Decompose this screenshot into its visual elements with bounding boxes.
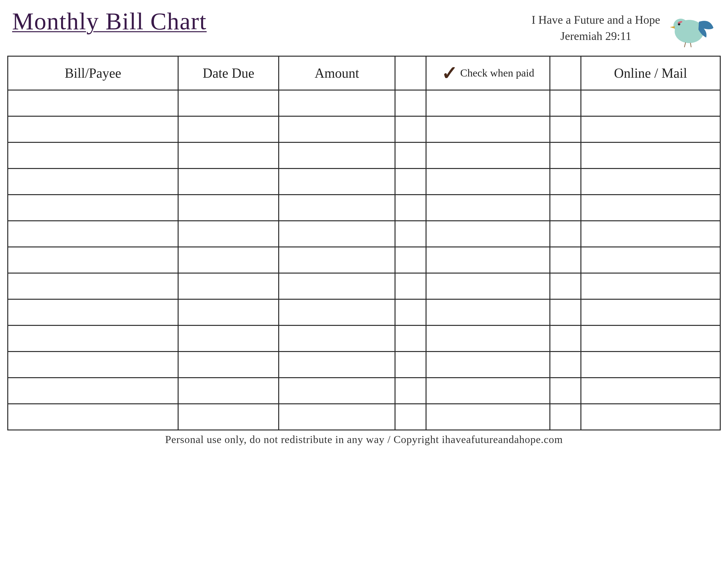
table-cell [426, 404, 550, 430]
table-cell [178, 299, 279, 325]
table-cell [178, 221, 279, 247]
table-cell [395, 142, 426, 168]
table-cell [279, 168, 395, 195]
table-cell [8, 142, 178, 168]
column-header-payee: Bill/Payee [8, 56, 178, 90]
table-cell [581, 325, 720, 352]
table-cell [8, 299, 178, 325]
table-cell [279, 90, 395, 116]
table-cell [178, 116, 279, 142]
table-cell [178, 247, 279, 273]
table-cell [550, 116, 581, 142]
table-cell [395, 221, 426, 247]
table-row [8, 195, 720, 221]
table-row [8, 404, 720, 430]
table-body [8, 90, 720, 430]
table-cell [8, 247, 178, 273]
verse-line-1: I Have a Future and a Hope [532, 11, 660, 28]
bill-chart-table: Bill/Payee Date Due Amount ✓ Check when … [7, 56, 721, 431]
table-cell [178, 378, 279, 404]
table-row [8, 221, 720, 247]
table-cell [581, 247, 720, 273]
table-cell [8, 116, 178, 142]
table-cell [178, 195, 279, 221]
table-cell [178, 404, 279, 430]
table-cell [279, 325, 395, 352]
table-cell [426, 221, 550, 247]
table-cell [178, 273, 279, 299]
table-row [8, 142, 720, 168]
table-cell [581, 299, 720, 325]
table-cell [395, 404, 426, 430]
table-cell [279, 273, 395, 299]
table-cell [550, 142, 581, 168]
table-cell [426, 378, 550, 404]
table-cell [581, 352, 720, 378]
table-cell [279, 221, 395, 247]
table-cell [581, 221, 720, 247]
table-cell [8, 378, 178, 404]
table-cell [581, 195, 720, 221]
table-cell [426, 142, 550, 168]
column-header-online-mail: Online / Mail [581, 56, 720, 90]
table-cell [8, 352, 178, 378]
table-cell [426, 247, 550, 273]
table-cell [8, 273, 178, 299]
table-header-row: Bill/Payee Date Due Amount ✓ Check when … [8, 56, 720, 90]
header-right-group: I Have a Future and a Hope Jeremiah 29:1… [532, 5, 716, 49]
column-header-amount: Amount [279, 56, 395, 90]
column-gap-1 [395, 56, 426, 90]
table-row [8, 273, 720, 299]
table-cell [581, 142, 720, 168]
table-cell [8, 404, 178, 430]
table-cell [395, 325, 426, 352]
svg-line-4 [684, 43, 685, 47]
check-when-paid-label: Check when paid [460, 67, 534, 79]
svg-point-1 [674, 19, 688, 32]
table-cell [178, 90, 279, 116]
copyright-footer: Personal use only, do not redistribute i… [7, 431, 721, 446]
column-gap-2 [550, 56, 581, 90]
verse-line-2: Jeremiah 29:11 [532, 28, 660, 44]
table-cell [550, 168, 581, 195]
table-cell [8, 90, 178, 116]
table-cell [8, 168, 178, 195]
checkmark-icon: ✓ [442, 62, 458, 84]
table-row [8, 352, 720, 378]
bird-icon [668, 7, 716, 49]
table-cell [8, 221, 178, 247]
table-cell [279, 116, 395, 142]
table-cell [426, 325, 550, 352]
svg-line-5 [691, 43, 691, 47]
table-cell [550, 273, 581, 299]
table-cell [550, 221, 581, 247]
table-cell [395, 116, 426, 142]
table-cell [279, 404, 395, 430]
table-cell [581, 90, 720, 116]
table-cell [581, 273, 720, 299]
scripture-verse: I Have a Future and a Hope Jeremiah 29:1… [532, 11, 660, 44]
table-cell [395, 168, 426, 195]
table-cell [279, 247, 395, 273]
table-cell [178, 352, 279, 378]
table-cell [8, 195, 178, 221]
table-cell [395, 378, 426, 404]
table-cell [426, 116, 550, 142]
table-cell [581, 378, 720, 404]
table-cell [550, 325, 581, 352]
table-cell [426, 299, 550, 325]
table-cell [426, 352, 550, 378]
table-cell [178, 168, 279, 195]
table-cell [395, 90, 426, 116]
table-row [8, 378, 720, 404]
column-header-date-due: Date Due [178, 56, 279, 90]
table-row [8, 116, 720, 142]
table-cell [426, 273, 550, 299]
table-cell [581, 116, 720, 142]
document-title: Monthly Bill Chart [12, 5, 207, 35]
table-row [8, 299, 720, 325]
table-cell [178, 325, 279, 352]
table-cell [550, 90, 581, 116]
table-cell [279, 142, 395, 168]
table-cell [395, 352, 426, 378]
